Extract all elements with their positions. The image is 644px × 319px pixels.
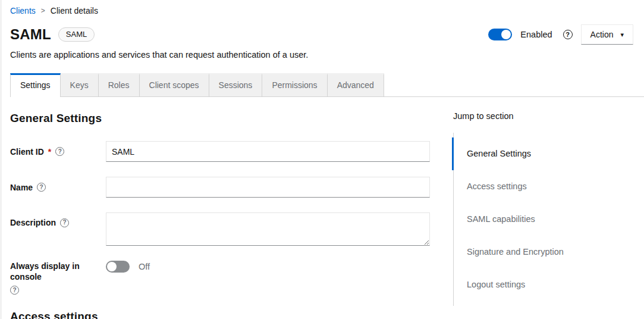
name-help-icon[interactable]: ? (37, 183, 46, 192)
action-dropdown-button[interactable]: Action ▾ (581, 24, 633, 45)
required-asterisk: * (48, 146, 51, 157)
jump-link-general-settings[interactable]: General Settings (452, 137, 633, 170)
page-header: SAML SAML Enabled ? Action ▾ (10, 24, 633, 45)
always-display-state-label: Off (139, 262, 150, 271)
action-dropdown-label: Action (590, 30, 614, 39)
name-row: Name ? (10, 177, 430, 198)
client-id-label-text: Client ID (10, 146, 44, 157)
name-input[interactable] (106, 177, 430, 198)
always-display-toggle-group: Off (106, 261, 430, 273)
title-group: SAML SAML (10, 26, 95, 43)
enabled-toggle-label: Enabled (520, 30, 552, 39)
jump-link-logout-settings[interactable]: Logout settings (452, 268, 633, 301)
description-label-text: Description (10, 217, 56, 228)
name-label-text: Name (10, 182, 33, 193)
toggle-knob (107, 262, 117, 271)
breadcrumb-clients-link[interactable]: Clients (10, 6, 36, 15)
tab-bar: Settings Keys Roles Client scopes Sessio… (10, 73, 644, 97)
settings-form: General Settings Client ID * ? Name ? D (10, 97, 430, 319)
breadcrumb-current: Client details (51, 6, 98, 15)
tab-advanced[interactable]: Advanced (328, 73, 384, 96)
always-display-toggle[interactable] (106, 261, 130, 273)
page-left-edge (0, 0, 2, 319)
caret-down-icon: ▾ (620, 32, 624, 38)
client-details-page: Clients > Client details SAML SAML Enabl… (0, 0, 644, 319)
protocol-badge: SAML (58, 27, 95, 42)
enabled-help-icon[interactable]: ? (563, 30, 573, 39)
page-title: SAML (10, 26, 51, 43)
always-display-help-icon[interactable]: ? (10, 286, 19, 295)
header-controls: Enabled ? Action ▾ (488, 24, 633, 45)
section-title-general-settings: General Settings (10, 112, 430, 125)
client-id-input[interactable] (106, 141, 430, 162)
breadcrumb: Clients > Client details (10, 6, 633, 15)
jump-link-saml-capabilities[interactable]: SAML capabilities (452, 203, 633, 236)
tab-client-scopes[interactable]: Client scopes (140, 73, 209, 96)
client-id-label: Client ID * ? (10, 146, 106, 157)
always-display-label: Always display in console ? (10, 261, 106, 295)
tab-keys[interactable]: Keys (61, 73, 99, 96)
jump-nav-title: Jump to section (453, 111, 633, 121)
jump-nav: Jump to section General Settings Access … (453, 97, 633, 306)
client-id-help-icon[interactable]: ? (55, 147, 64, 156)
enabled-toggle[interactable] (488, 29, 512, 40)
description-row: Description ? (10, 212, 430, 246)
always-display-label-text: Always display in console (10, 261, 99, 282)
tab-roles[interactable]: Roles (99, 73, 140, 96)
breadcrumb-separator-icon: > (41, 7, 45, 15)
tab-permissions[interactable]: Permissions (262, 73, 327, 96)
description-label: Description ? (10, 212, 106, 228)
name-label: Name ? (10, 182, 106, 193)
jump-link-signature-encryption[interactable]: Signature and Encryption (452, 236, 633, 268)
jump-nav-list: General Settings Access settings SAML ca… (453, 133, 633, 306)
jump-link-access-settings[interactable]: Access settings (452, 170, 633, 203)
client-id-row: Client ID * ? (10, 141, 430, 162)
description-textarea[interactable] (106, 212, 430, 246)
toggle-knob (501, 30, 511, 39)
section-title-access-settings: Access settings (10, 310, 430, 319)
tab-sessions[interactable]: Sessions (209, 73, 263, 96)
content-area: General Settings Client ID * ? Name ? D (10, 97, 633, 319)
description-help-icon[interactable]: ? (60, 218, 69, 227)
page-subtitle: Clients are applications and services th… (10, 50, 633, 60)
always-display-row: Always display in console ? Off (10, 261, 430, 295)
tab-settings[interactable]: Settings (10, 73, 61, 97)
